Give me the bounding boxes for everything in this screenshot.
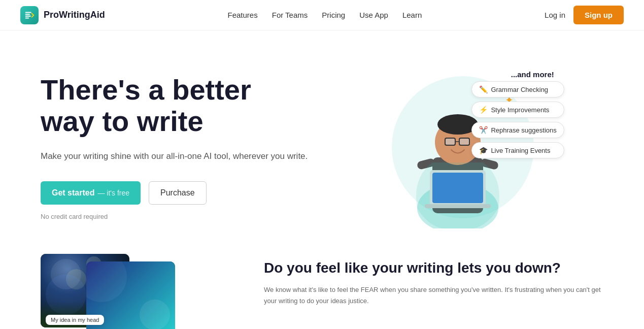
idea-badge: My idea in my head: [46, 315, 104, 325]
nav-features[interactable]: Features: [228, 11, 258, 19]
navbar: ProWritingAid Features For Teams Pricing…: [0, 0, 644, 30]
nav-use-app[interactable]: Use App: [359, 11, 388, 19]
hero-illustration: ...and more! ✦ ✏️ Grammar Checking ⚡ Sty…: [371, 66, 554, 228]
svg-rect-5: [459, 138, 469, 145]
style-icon: ⚡: [479, 106, 488, 114]
brand-logo[interactable]: ProWritingAid: [20, 6, 105, 24]
second-right-content: Do you feel like your writing lets you d…: [264, 254, 603, 307]
pill-rephrase: ✂️ Rephrase suggestions: [471, 122, 564, 138]
hero-left: There's a better way to write Make your …: [41, 74, 322, 220]
hero-section: There's a better way to write Make your …: [0, 30, 644, 254]
pill-style: ⚡ Style Improvements: [471, 102, 564, 118]
signup-button[interactable]: Sign up: [573, 6, 624, 24]
svg-rect-4: [445, 138, 455, 145]
second-section-body: We know what it's like to feel the FEAR …: [264, 284, 603, 307]
pill-training: 🎓 Live Training Events: [471, 142, 564, 158]
grammar-icon: ✏️: [479, 85, 488, 93]
nav-links: Features For Teams Pricing Use App Learn: [228, 11, 422, 19]
artwork-container: My idea in my head: [41, 254, 213, 329]
nav-learn[interactable]: Learn: [402, 11, 422, 19]
rephrase-icon: ✂️: [479, 126, 488, 134]
hero-right: ...and more! ✦ ✏️ Grammar Checking ⚡ Sty…: [322, 61, 604, 234]
style-label: Style Improvements: [491, 106, 549, 114]
get-started-label: Get started: [52, 188, 94, 198]
training-label: Live Training Events: [491, 147, 550, 154]
login-button[interactable]: Log in: [545, 11, 565, 19]
logo-icon: [20, 6, 39, 24]
pill-grammar: ✏️ Grammar Checking: [471, 81, 564, 97]
hero-subtitle: Make your writing shine with our all-in-…: [41, 149, 322, 163]
brand-name: ProWritingAid: [44, 10, 105, 20]
no-credit-card-text: No credit card required: [41, 213, 322, 220]
second-section-title: Do you feel like your writing lets you d…: [264, 259, 603, 277]
hero-buttons: Get started — it's free Purchase: [41, 181, 322, 205]
nav-pricing[interactable]: Pricing: [322, 11, 345, 19]
second-section: My idea in my head Do you feel like your…: [0, 254, 644, 329]
nav-for-teams[interactable]: For Teams: [272, 11, 308, 19]
purchase-button[interactable]: Purchase: [149, 181, 207, 205]
artwork-area: My idea in my head: [41, 254, 233, 329]
free-label: — it's free: [97, 189, 129, 197]
more-label: ...and more!: [511, 70, 554, 79]
navbar-actions: Log in Sign up: [545, 6, 624, 24]
get-started-button[interactable]: Get started — it's free: [41, 181, 141, 205]
training-icon: 🎓: [479, 146, 488, 154]
rephrase-label: Rephrase suggestions: [491, 126, 556, 134]
hero-title: There's a better way to write: [41, 74, 322, 137]
feature-pills: ✏️ Grammar Checking ⚡ Style Improvements…: [471, 81, 564, 158]
grammar-label: Grammar Checking: [491, 86, 548, 93]
